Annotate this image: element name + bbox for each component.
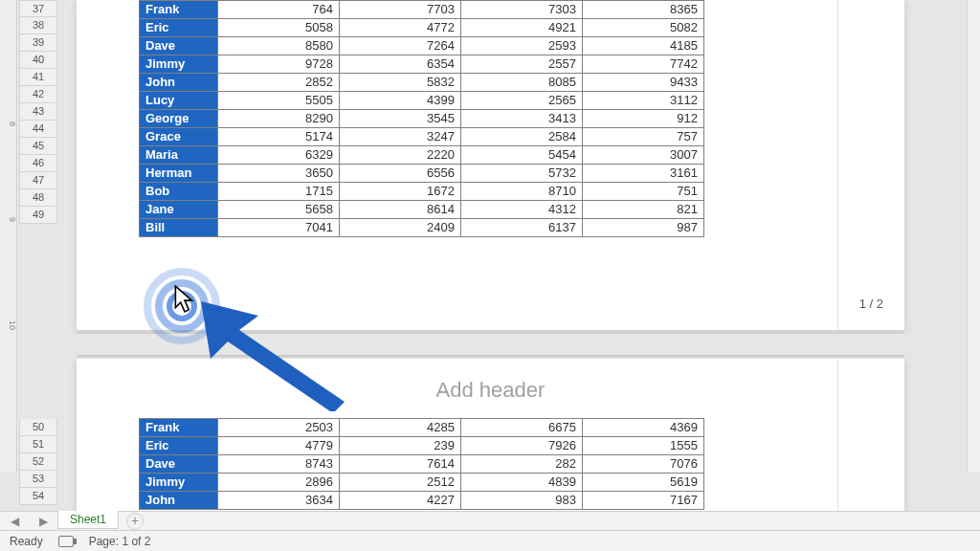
value-cell[interactable]: 764	[218, 1, 340, 19]
value-cell[interactable]: 3634	[218, 492, 340, 510]
value-cell[interactable]: 983	[461, 492, 583, 510]
value-cell[interactable]: 2593	[461, 37, 583, 55]
value-cell[interactable]: 5658	[218, 201, 340, 219]
value-cell[interactable]: 7076	[583, 455, 704, 474]
value-cell[interactable]: 2896	[218, 474, 340, 492]
name-cell[interactable]: Eric	[140, 437, 218, 455]
data-table-page1[interactable]: Frank764770373038365Eric5058477249215082…	[139, 0, 704, 237]
value-cell[interactable]: 4312	[461, 201, 583, 219]
name-cell[interactable]: Dave	[140, 37, 218, 55]
value-cell[interactable]: 4399	[340, 92, 461, 110]
vertical-scrollbar[interactable]	[967, 0, 980, 473]
table-row[interactable]: John363442279837167	[140, 492, 704, 510]
value-cell[interactable]: 282	[461, 455, 583, 474]
value-cell[interactable]: 8710	[461, 183, 583, 201]
table-row[interactable]: Dave874376142827076	[140, 455, 704, 474]
value-cell[interactable]: 2409	[340, 219, 461, 237]
name-cell[interactable]: George	[140, 110, 218, 128]
value-cell[interactable]: 7264	[340, 37, 461, 55]
table-row[interactable]: Grace517432472584757	[140, 128, 704, 146]
row-number-gutter[interactable]: 373839404142434445464748495051525354	[19, 0, 57, 505]
row-number[interactable]: 51	[19, 436, 57, 453]
name-cell[interactable]: Eric	[140, 19, 218, 37]
value-cell[interactable]: 7926	[461, 437, 583, 455]
value-cell[interactable]: 7303	[461, 1, 583, 19]
empty-columns-area[interactable]	[837, 0, 904, 330]
table-row[interactable]: Bill704124096137987	[140, 219, 704, 237]
value-cell[interactable]: 2557	[461, 55, 583, 74]
value-cell[interactable]: 5832	[340, 74, 461, 92]
row-number[interactable]: 54	[19, 488, 57, 505]
row-number[interactable]: 52	[19, 453, 57, 471]
value-cell[interactable]: 987	[583, 219, 704, 237]
value-cell[interactable]: 9728	[218, 55, 340, 74]
name-cell[interactable]: Bill	[140, 219, 218, 237]
value-cell[interactable]: 5619	[583, 474, 704, 492]
value-cell[interactable]: 6675	[461, 419, 583, 437]
value-cell[interactable]: 2512	[340, 474, 461, 492]
value-cell[interactable]: 3007	[583, 146, 704, 165]
table-row[interactable]: Jane565886144312821	[140, 201, 704, 219]
add-sheet-button[interactable]: +	[126, 513, 144, 530]
row-number[interactable]: 44	[19, 121, 57, 138]
value-cell[interactable]: 8580	[218, 37, 340, 55]
value-cell[interactable]: 9433	[583, 74, 704, 92]
value-cell[interactable]: 5082	[583, 19, 704, 37]
value-cell[interactable]: 2584	[461, 128, 583, 146]
value-cell[interactable]: 5058	[218, 19, 340, 37]
value-cell[interactable]: 5174	[218, 128, 340, 146]
value-cell[interactable]: 3112	[583, 92, 704, 110]
value-cell[interactable]: 3413	[461, 110, 583, 128]
name-cell[interactable]: Jimmy	[140, 474, 218, 492]
table-row[interactable]: Frank764770373038365	[140, 1, 704, 19]
tab-nav-prev-icon[interactable]: ◀	[11, 515, 19, 528]
table-row[interactable]: John2852583280859433	[140, 74, 704, 92]
value-cell[interactable]: 2852	[218, 74, 340, 92]
empty-columns-area[interactable]	[837, 359, 904, 517]
name-cell[interactable]: John	[140, 492, 218, 510]
value-cell[interactable]: 3247	[340, 128, 461, 146]
value-cell[interactable]: 3161	[583, 165, 704, 183]
value-cell[interactable]: 6329	[218, 146, 340, 165]
value-cell[interactable]: 4285	[340, 419, 461, 437]
value-cell[interactable]: 5505	[218, 92, 340, 110]
value-cell[interactable]: 8085	[461, 74, 583, 92]
value-cell[interactable]: 3650	[218, 165, 340, 183]
row-number[interactable]: 50	[19, 419, 57, 436]
row-number[interactable]: 47	[19, 172, 57, 189]
name-cell[interactable]: Jimmy	[140, 55, 218, 74]
table-row[interactable]: Maria6329222054543007	[140, 146, 704, 165]
value-cell[interactable]: 4779	[218, 437, 340, 455]
row-number[interactable]: 46	[19, 155, 57, 172]
name-cell[interactable]: Maria	[140, 146, 218, 165]
value-cell[interactable]: 8290	[218, 110, 340, 128]
value-cell[interactable]: 4227	[340, 492, 461, 510]
macro-record-icon[interactable]	[58, 536, 74, 547]
add-header-placeholder[interactable]: Add header	[77, 378, 904, 403]
table-row[interactable]: Jimmy2896251248395619	[140, 474, 704, 492]
row-number[interactable]: 40	[19, 52, 57, 69]
name-cell[interactable]: Frank	[140, 419, 218, 437]
name-cell[interactable]: Jane	[140, 201, 218, 219]
tab-nav-next-icon[interactable]: ▶	[39, 515, 48, 528]
value-cell[interactable]: 4921	[461, 19, 583, 37]
value-cell[interactable]: 751	[583, 183, 704, 201]
value-cell[interactable]: 3545	[340, 110, 461, 128]
value-cell[interactable]: 8365	[583, 1, 704, 19]
value-cell[interactable]: 7041	[218, 219, 340, 237]
value-cell[interactable]: 8614	[340, 201, 461, 219]
row-number[interactable]: 39	[19, 34, 57, 52]
value-cell[interactable]: 912	[583, 110, 704, 128]
value-cell[interactable]: 239	[340, 437, 461, 455]
table-row[interactable]: George829035453413912	[140, 110, 704, 128]
value-cell[interactable]: 7703	[340, 1, 461, 19]
value-cell[interactable]: 7614	[340, 455, 461, 474]
value-cell[interactable]: 1715	[218, 183, 340, 201]
table-row[interactable]: Bob171516728710751	[140, 183, 704, 201]
row-number[interactable]: 42	[19, 86, 57, 103]
row-number[interactable]: 53	[19, 471, 57, 488]
value-cell[interactable]: 8743	[218, 455, 340, 474]
name-cell[interactable]: Dave	[140, 455, 218, 474]
row-number[interactable]: 48	[19, 189, 57, 207]
table-row[interactable]: Frank2503428566754369	[140, 419, 704, 437]
